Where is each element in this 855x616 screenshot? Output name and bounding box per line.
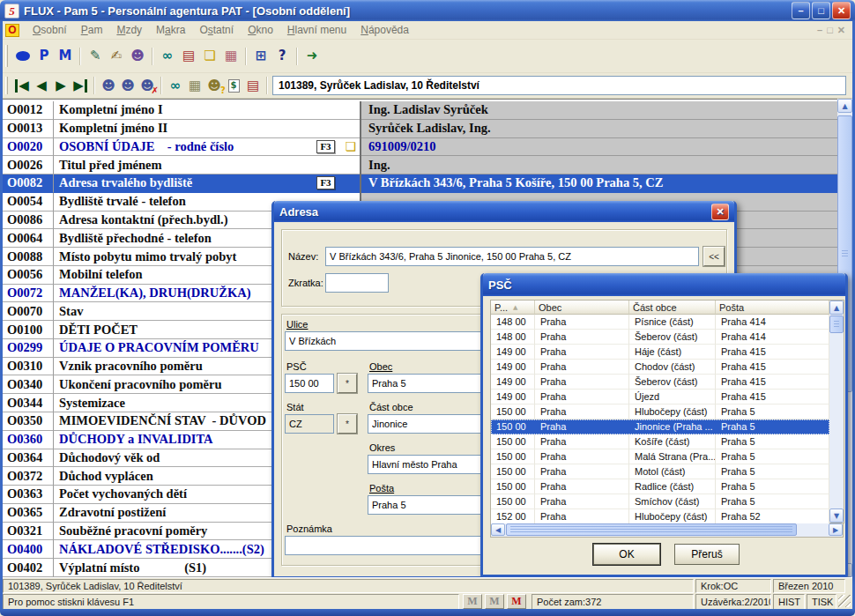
cancel-button[interactable]: Přeruš bbox=[674, 544, 740, 565]
psc-scroll-up-icon[interactable]: ▲ bbox=[829, 301, 844, 315]
toolbar-grip[interactable] bbox=[5, 77, 8, 94]
psc-table-row[interactable]: 148 00PrahaŠeberov (část)Praha 414 bbox=[491, 330, 829, 345]
organization-button[interactable]: ▦ bbox=[185, 76, 204, 95]
person-card-button[interactable]: ☻ bbox=[127, 46, 148, 67]
psc-scroll-down-icon[interactable]: ▼ bbox=[829, 508, 844, 523]
window-titlebar[interactable]: 5 FLUX - Pam 5 - Personální agentura PAT… bbox=[0, 0, 855, 21]
psc-input[interactable] bbox=[285, 374, 334, 393]
mdi-system-icon[interactable]: O bbox=[5, 24, 19, 37]
first-record-button[interactable]: ◀ bbox=[12, 76, 32, 95]
signature-pen-button[interactable]: ✎ bbox=[85, 46, 106, 67]
psc-table-row[interactable]: 150 00PrahaJinonice (Praha ...Praha 5 bbox=[491, 419, 829, 434]
salary-document-button[interactable]: $ bbox=[224, 76, 243, 95]
restore-button[interactable]: □ bbox=[812, 2, 830, 19]
menu-item-pam[interactable]: Pam bbox=[74, 22, 110, 38]
psc-hscrollbar[interactable]: ◀ ▶ bbox=[490, 523, 844, 538]
record-oval-button[interactable] bbox=[12, 46, 33, 67]
psc-table-row[interactable]: 149 00PrahaHáje (část)Praha 415 bbox=[491, 345, 829, 360]
table-row[interactable]: O0012Kompletní jméno IIng. Ladislav Syrů… bbox=[3, 101, 837, 120]
psc-column-header[interactable]: Obec bbox=[535, 301, 629, 315]
next-record-button[interactable]: ▶ bbox=[51, 76, 71, 95]
table-row[interactable]: O0026Titul před jménemIng. bbox=[3, 156, 837, 174]
exit-door-button[interactable]: ➜ bbox=[301, 46, 323, 67]
adresa-dialog-titlebar[interactable]: Adresa ✕ bbox=[274, 201, 734, 222]
mdi-restore-button[interactable]: □ bbox=[827, 25, 833, 36]
psc-scroll-right-icon[interactable]: ▶ bbox=[829, 523, 843, 536]
psc-table-row[interactable]: 150 00PrahaSmíchov (část)Praha 5 bbox=[491, 494, 829, 509]
zkratka-input[interactable] bbox=[325, 273, 389, 293]
psc-lookup-button[interactable]: * bbox=[338, 374, 357, 393]
psc-scrollbar-thumb[interactable] bbox=[829, 315, 844, 333]
menu-item-hlavn-menu[interactable]: Hlavní menu bbox=[280, 22, 353, 38]
open-folder-icon[interactable]: ❏ bbox=[345, 139, 356, 153]
psc-cell: Šeberov (část) bbox=[629, 375, 716, 390]
psc-hscrollbar-thumb[interactable] bbox=[506, 523, 797, 536]
person-delete-button[interactable]: ☻✗ bbox=[138, 76, 157, 95]
close-icon[interactable]: ✕ bbox=[711, 204, 729, 220]
menu-item-osobn-[interactable]: Osobní bbox=[26, 22, 74, 38]
person-edit-button[interactable]: ☻ bbox=[118, 76, 138, 95]
m-button-1[interactable]: M bbox=[463, 594, 482, 609]
person-folder-button[interactable]: ❏ bbox=[199, 46, 220, 67]
resize-grip[interactable] bbox=[838, 595, 851, 607]
ok-button[interactable]: OK bbox=[593, 544, 660, 565]
menu-item-mzdy[interactable]: Mzdy bbox=[109, 22, 149, 38]
mdi-minimize-button[interactable]: – bbox=[817, 25, 822, 36]
psc-table-row[interactable]: 149 00PrahaÚjezdPraha 415 bbox=[491, 390, 829, 404]
notes-button[interactable]: ▦ bbox=[220, 46, 242, 67]
stat-input[interactable] bbox=[285, 414, 334, 434]
m-button-3[interactable]: M bbox=[507, 594, 526, 609]
close-button[interactable]: ✕ bbox=[832, 2, 851, 19]
scroll-up-icon[interactable]: ▲ bbox=[837, 99, 852, 113]
menu-item-makra[interactable]: Makra bbox=[149, 22, 192, 38]
toolbar-grip[interactable] bbox=[5, 45, 8, 68]
row-code: O0072 bbox=[3, 285, 54, 303]
psc-table-row[interactable]: 152 00PrahaHlubočepy (část)Praha 52 bbox=[491, 509, 829, 524]
m-button-2[interactable]: M bbox=[485, 594, 504, 609]
calculator-button[interactable]: ⊞ bbox=[250, 46, 271, 67]
psc-table-row[interactable]: 149 00PrahaŠeberov (část)Praha 415 bbox=[491, 375, 829, 390]
search-glasses-button[interactable]: ∞ bbox=[166, 76, 185, 95]
print-button[interactable]: ▤ bbox=[243, 76, 263, 95]
psc-column-header[interactable]: P...▲ bbox=[491, 301, 535, 315]
person-add-button[interactable]: ☻ bbox=[99, 76, 118, 95]
m-letter-button[interactable]: M bbox=[55, 46, 76, 67]
psc-scroll-left-icon[interactable]: ◀ bbox=[491, 523, 505, 536]
menu-item-n-pov-da[interactable]: Nápověda bbox=[353, 22, 416, 38]
search-glasses-button[interactable]: ∞ bbox=[157, 46, 178, 67]
status-uzaverka: Uzávěrka:2/2010 bbox=[695, 594, 771, 610]
p-letter-button[interactable]: P bbox=[33, 46, 55, 67]
psc-table-row[interactable]: 149 00PrahaChodov (část)Praha 415 bbox=[491, 360, 829, 375]
psc-table-row[interactable]: 150 00PrahaHlubočepy (část)Praha 5 bbox=[491, 404, 829, 419]
row-code: O0100 bbox=[3, 321, 54, 339]
mdi-close-button[interactable]: ✕ bbox=[837, 25, 845, 36]
f3-button[interactable]: F3 bbox=[316, 176, 335, 189]
collapse-button[interactable]: << bbox=[703, 247, 725, 266]
prev-record-button[interactable]: ◀ bbox=[32, 76, 51, 95]
last-record-button[interactable]: ▶ bbox=[71, 76, 90, 95]
table-row[interactable]: O0020OSOBNÍ ÚDAJE - rodné čísloF3❏691009… bbox=[3, 138, 837, 157]
table-row[interactable]: O0082Adresa trvalého bydlištěF3V Břízkác… bbox=[3, 174, 837, 193]
row-code: O0402 bbox=[3, 559, 54, 577]
psc-column-header[interactable]: Pošta bbox=[716, 301, 829, 315]
menu-item-okno[interactable]: Okno bbox=[241, 22, 280, 38]
psc-dialog-titlebar[interactable]: PSČ bbox=[483, 273, 845, 296]
psc-column-header[interactable]: Část obce bbox=[629, 301, 716, 315]
print-report-button[interactable]: ▤ bbox=[178, 46, 199, 67]
f3-button[interactable]: F3 bbox=[316, 140, 335, 153]
psc-vscrollbar[interactable]: ▲ ▼ bbox=[829, 300, 844, 523]
help-button[interactable]: ? bbox=[271, 46, 293, 67]
stat-lookup-button[interactable]: * bbox=[338, 414, 357, 434]
minimize-button[interactable]: – bbox=[792, 2, 810, 19]
person-question-button[interactable]: ☻? bbox=[204, 76, 224, 95]
psc-table-row[interactable]: 150 00PrahaMalá Strana (Pra...Praha 5 bbox=[491, 449, 829, 464]
psc-table-row[interactable]: 150 00PrahaKošíře (část)Praha 5 bbox=[491, 434, 829, 449]
nazev-input[interactable] bbox=[325, 247, 699, 266]
current-record-field[interactable]: 101389, Syrůček Ladislav, 10 Ředitelství bbox=[272, 76, 846, 95]
menu-item-ostatn-[interactable]: Ostatní bbox=[192, 22, 241, 38]
table-row[interactable]: O0013Kompletní jméno IISyrůček Ladislav,… bbox=[3, 120, 837, 138]
psc-table-row[interactable]: 150 00PrahaRadlice (část)Praha 5 bbox=[491, 479, 829, 494]
psc-table-row[interactable]: 148 00PrahaPísnice (část)Praha 414 bbox=[491, 315, 829, 330]
edit-hand-button[interactable]: ✍ bbox=[106, 46, 127, 67]
psc-table-row[interactable]: 150 00PrahaMotol (část)Praha 5 bbox=[491, 464, 829, 479]
